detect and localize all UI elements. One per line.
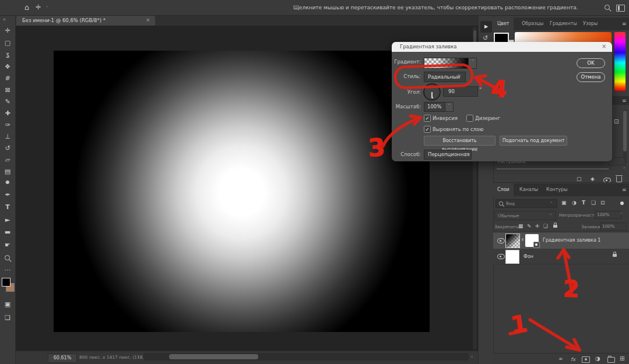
tab-layers[interactable]: Слои [493, 183, 514, 196]
layer-thumbnail[interactable] [505, 234, 520, 248]
crop-tool-button[interactable]: # [0, 75, 15, 82]
shape-tool-button[interactable]: ▬ [0, 228, 15, 236]
eyedropper-tool-button[interactable]: ✎ [0, 98, 15, 105]
lock-transparency-icon[interactable]: ▦ [518, 224, 523, 229]
history-panel-icon[interactable]: ↺ [483, 35, 488, 41]
workspace-icon[interactable] [616, 5, 625, 12]
method-dropdown[interactable]: Перцепционная ˅ [424, 150, 472, 160]
layer-style-fx-icon[interactable]: fx [571, 356, 575, 362]
link-layers-icon[interactable]: ∞ [558, 356, 563, 362]
tab-paths[interactable]: Контуры [542, 183, 572, 196]
reverse-checkbox[interactable]: ✓ [424, 115, 431, 122]
screen-mode-button[interactable]: ❏ [0, 314, 15, 321]
brush-tool-button[interactable]: ✑ [0, 121, 15, 129]
quick-mask-button[interactable]: ▣ [0, 301, 15, 308]
tab-color[interactable]: Цвет [493, 17, 514, 30]
horizontal-scrollbar[interactable] [143, 353, 469, 361]
panel-menu-icon[interactable]: ≡ [622, 98, 627, 104]
layer-name[interactable]: Фон [523, 254, 533, 259]
frame-tool-button[interactable]: ⊠ [0, 86, 15, 94]
gradient-preview-swatch[interactable] [424, 58, 469, 69]
scale-dropdown-chevron[interactable]: ˅ [445, 102, 454, 112]
add-layer-mask-icon[interactable] [582, 356, 590, 363]
layer-visibility-eye-icon[interactable] [497, 238, 505, 243]
horizontal-scrollbar-thumb[interactable] [169, 354, 258, 359]
layer-visibility-eye-icon[interactable] [497, 254, 505, 259]
marquee-tool-button[interactable]: ▢ [0, 39, 15, 47]
canvas-document[interactable] [54, 51, 430, 332]
history-brush-tool-button[interactable]: ↺ [0, 144, 15, 152]
layer-mask-link-icon[interactable]: ∞ [520, 238, 525, 242]
lock-all-icon[interactable] [553, 225, 557, 228]
dither-checkbox[interactable] [466, 115, 473, 122]
move-tool-icon[interactable]: ✛ [36, 4, 41, 10]
properties-scrollbar[interactable] [623, 109, 627, 163]
angle-dial[interactable] [423, 83, 441, 101]
blend-mode-select[interactable]: Обычные ˅ [494, 211, 556, 220]
reset-alignment-button[interactable]: Восстановить выравнивание [424, 136, 496, 146]
fill-value-box[interactable]: 100% [600, 222, 627, 231]
scroll-left-arrow-icon[interactable]: ‹ [138, 354, 139, 359]
tab-swatches[interactable]: Образцы [518, 17, 547, 30]
filter-type-layers-icon[interactable]: T [582, 200, 585, 206]
new-layer-icon[interactable]: ⊞ [620, 356, 624, 362]
object-selection-tool-button[interactable]: ❖ [0, 63, 15, 70]
blur-tool-button[interactable]: ● [0, 179, 15, 185]
panel-menu-icon[interactable]: ≡ [622, 21, 627, 27]
gradient-dropdown-chevron[interactable]: ˅ [468, 58, 477, 69]
home-icon[interactable]: ⌂ [24, 3, 29, 11]
layer-mask-thumbnail[interactable] [525, 234, 539, 247]
gradient-tool-button[interactable]: ▤ [0, 168, 15, 175]
chevron-down-icon[interactable]: ˅ [623, 167, 626, 172]
properties-scrollbar-thumb[interactable] [623, 111, 627, 151]
lock-position-icon[interactable]: ✛ [535, 224, 539, 229]
layer-thumbnail[interactable] [505, 250, 519, 264]
lock-pixels-icon[interactable]: ✎ [527, 224, 531, 229]
filter-adjustment-layers-icon[interactable]: ◑ [572, 200, 577, 206]
toolbar-overflow-icon[interactable]: » [3, 17, 6, 22]
layer-row-background[interactable]: Фон [493, 249, 629, 264]
new-group-folder-icon[interactable] [607, 357, 615, 363]
filter-shape-layers-icon[interactable]: ❏ [591, 200, 596, 206]
eraser-tool-button[interactable]: ▱ [0, 156, 15, 164]
hand-tool-button[interactable]: ☛ [0, 241, 15, 249]
style-dropdown[interactable]: Радиальный ˅ [424, 72, 466, 82]
fit-to-document-button[interactable]: Подогнать под документ [500, 136, 567, 146]
dialog-title-bar[interactable]: Градиентная заливка × [392, 42, 612, 52]
feather-slider[interactable] [497, 168, 609, 169]
healing-brush-tool-button[interactable]: ✚ [0, 109, 15, 117]
edit-toolbar-ellipsis-button[interactable]: ⋯ [0, 266, 15, 274]
layer-name[interactable]: Градиентная заливка 1 [543, 238, 600, 243]
clone-stamp-tool-button[interactable]: ⊥ [0, 133, 15, 140]
filter-pixel-layers-icon[interactable]: ▣ [561, 200, 567, 206]
type-tool-button[interactable]: T [0, 203, 15, 211]
pen-tool-button[interactable]: ✒ [0, 191, 15, 199]
filter-smart-object-icon[interactable]: ⊡ [600, 200, 605, 206]
tab-patterns[interactable]: Узоры [579, 17, 602, 30]
layer-row-gradient-fill[interactable]: ∞ Градиентная заливка 1 [493, 232, 629, 249]
color-spectrum-bar[interactable] [614, 32, 626, 91]
tab-gradients[interactable]: Градиенты [546, 17, 581, 30]
tab-channels[interactable]: Каналы [515, 183, 542, 196]
trash-icon[interactable] [616, 176, 622, 182]
search-icon[interactable] [605, 5, 610, 10]
chevron-down-icon[interactable]: ˅ [620, 213, 623, 217]
expand-panels-button[interactable]: ▶ [480, 21, 492, 33]
angle-input[interactable]: 90 [443, 86, 478, 97]
path-selection-tool-button[interactable]: ► [0, 216, 15, 224]
new-adjustment-layer-icon[interactable]: ◑ [595, 356, 600, 362]
lock-artboard-icon[interactable]: ❏ [543, 224, 548, 229]
move-tool-button[interactable]: ✛ [0, 27, 15, 34]
ok-button[interactable]: OK [577, 58, 605, 68]
document-tab[interactable]: Без имени-1 @ 60,6% (RGB/8*) * × [16, 15, 155, 26]
lasso-tool-button[interactable]: ʓ [0, 51, 15, 58]
layer-filter-search[interactable]: Вид ˅ [496, 199, 557, 208]
foreground-color-swatch[interactable] [2, 278, 10, 287]
scale-input[interactable]: 100% [424, 102, 446, 112]
invert-mask-icon[interactable]: ◈ [591, 176, 595, 182]
zoom-level[interactable]: 60.61% [48, 354, 77, 363]
selection-frame-icon[interactable]: ▢ [577, 176, 582, 182]
close-icon[interactable]: × [146, 17, 150, 23]
opacity-value-box[interactable]: 100% [595, 211, 621, 219]
chevron-down-icon[interactable]: ˅ [46, 6, 48, 10]
